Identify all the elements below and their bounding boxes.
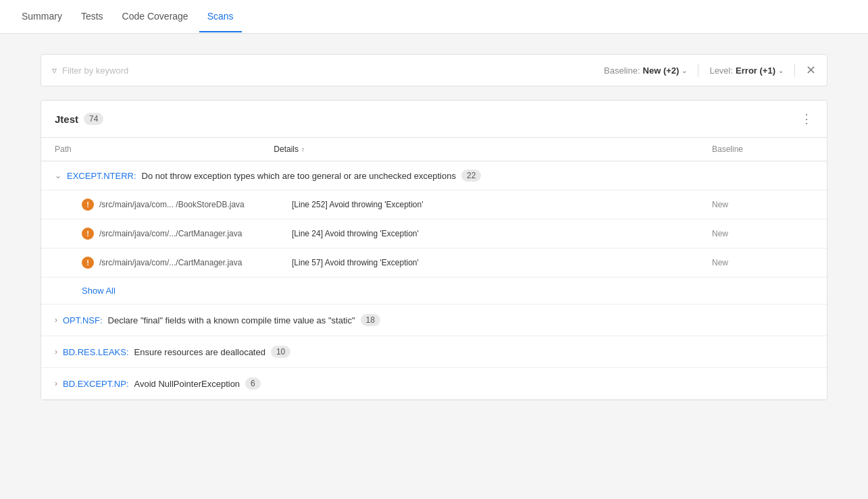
group-opt-nsf[interactable]: › OPT.NSF: Declare "final" fields with a…	[41, 305, 827, 336]
group-badge: 6	[245, 377, 261, 390]
filter-close-button[interactable]: ✕	[806, 63, 816, 78]
level-chevron-icon: ⌄	[778, 67, 784, 74]
group-badge: 10	[271, 346, 290, 358]
table-header: Path Details ↑ Baseline	[41, 138, 827, 161]
section-title: Jtest 74	[55, 113, 103, 125]
top-nav: Summary Tests Code Coverage Scans	[0, 0, 868, 34]
group-description: Declare "final" fields with a known comp…	[108, 315, 355, 325]
baseline-dropdown[interactable]: Baseline: New (+2) ⌄	[604, 65, 687, 76]
level-label: Level:	[709, 65, 733, 76]
section-card: Jtest 74 ⋮ Path Details ↑ Baseline ⌄ EXC…	[41, 100, 827, 400]
group-link[interactable]: OPT.NSF:	[63, 315, 103, 325]
file-path: /src/main/java/com/.../CartManager.java	[99, 258, 242, 267]
group-chevron-icon: ›	[55, 315, 57, 325]
show-all-row: Show All	[41, 278, 827, 305]
level-dropdown[interactable]: Level: Error (+1) ⌄	[709, 65, 784, 76]
show-all-button[interactable]: Show All	[82, 286, 116, 296]
group-except-nterr[interactable]: ⌄ EXCEPT.NTERR: Do not throw exception t…	[41, 161, 827, 190]
column-baseline: Baseline	[712, 145, 813, 154]
group-chevron-icon: ›	[55, 379, 57, 388]
row-details: [Line 57] Avoid throwing 'Exception'	[292, 258, 712, 267]
baseline-value: New (+2)	[643, 65, 680, 76]
section-badge: 74	[84, 113, 103, 125]
column-details: Details ↑	[274, 145, 712, 154]
filter-divider	[698, 63, 698, 77]
group-description: Ensure resources are deallocated	[134, 347, 265, 357]
group-badge: 18	[361, 314, 380, 326]
group-bd-except-np[interactable]: › BD.EXCEPT.NP: Avoid NullPointerExcepti…	[41, 368, 827, 400]
baseline-chevron-icon: ⌄	[682, 67, 687, 74]
level-value: Error (+1)	[736, 65, 775, 76]
error-icon: !	[82, 228, 94, 240]
group-badge: 22	[461, 169, 481, 182]
group-link[interactable]: BD.EXCEPT.NP:	[63, 379, 129, 389]
group-bd-res-leaks[interactable]: › BD.RES.LEAKS: Ensure resources are dea…	[41, 336, 827, 368]
filter-left: ▿ Filter by keyword	[52, 65, 128, 76]
filter-placeholder[interactable]: Filter by keyword	[62, 65, 128, 76]
tab-tests[interactable]: Tests	[73, 1, 111, 32]
group-description: Do not throw exception types which are t…	[142, 171, 456, 181]
tab-scans[interactable]: Scans	[199, 1, 242, 32]
row-baseline: New	[712, 200, 813, 209]
path-col: ! /src/main/java/com/.../CartManager.jav…	[82, 228, 292, 240]
group-link[interactable]: BD.RES.LEAKS:	[63, 347, 129, 357]
path-col: ! /src/main/java/com... /BookStoreDB.jav…	[82, 199, 292, 211]
sort-icon[interactable]: ↑	[301, 146, 305, 153]
section-header: Jtest 74 ⋮	[41, 101, 827, 138]
table-row: ! /src/main/java/com/.../CartManager.jav…	[41, 219, 827, 248]
group-description: Avoid NullPointerException	[134, 379, 240, 389]
error-icon: !	[82, 199, 94, 211]
filter-right: Baseline: New (+2) ⌄ Level: Error (+1) ⌄…	[604, 63, 816, 78]
filter-divider-2	[794, 63, 795, 77]
tab-summary[interactable]: Summary	[14, 1, 70, 32]
table-row: ! /src/main/java/com/.../CartManager.jav…	[41, 248, 827, 278]
row-details: [Line 24] Avoid throwing 'Exception'	[292, 229, 712, 238]
filter-icon: ▿	[52, 65, 57, 76]
filter-bar: ▿ Filter by keyword Baseline: New (+2) ⌄…	[41, 54, 827, 86]
group-chevron-icon: ⌄	[55, 171, 61, 180]
row-details: [Line 252] Avoid throwing 'Exception'	[292, 200, 712, 209]
column-path: Path	[55, 145, 274, 154]
group-chevron-icon: ›	[55, 347, 57, 357]
table-row: ! /src/main/java/com... /BookStoreDB.jav…	[41, 190, 827, 219]
file-path: /src/main/java/com... /BookStoreDB.java	[99, 200, 245, 209]
error-icon: !	[82, 257, 94, 269]
file-path: /src/main/java/com/.../CartManager.java	[99, 229, 242, 238]
section-name: Jtest	[55, 113, 78, 125]
main-content: ▿ Filter by keyword Baseline: New (+2) ⌄…	[0, 34, 868, 421]
group-link[interactable]: EXCEPT.NTERR:	[67, 171, 136, 181]
row-baseline: New	[712, 258, 813, 267]
path-col: ! /src/main/java/com/.../CartManager.jav…	[82, 257, 292, 269]
tab-code-coverage[interactable]: Code Coverage	[114, 1, 197, 32]
row-baseline: New	[712, 229, 813, 238]
baseline-label: Baseline:	[604, 65, 640, 76]
more-options-icon[interactable]: ⋮	[800, 111, 813, 126]
